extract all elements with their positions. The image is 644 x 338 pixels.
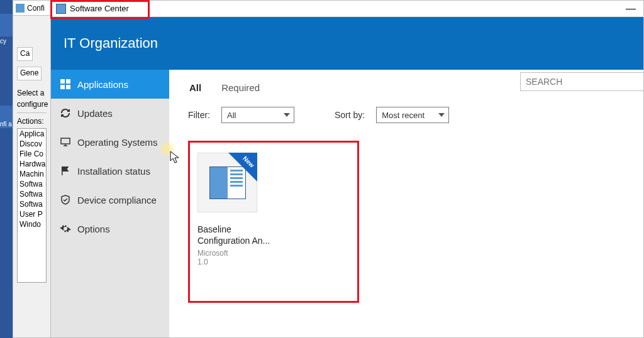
applications-icon	[60, 79, 71, 90]
sort-value: Most recent	[382, 111, 425, 120]
sort-select[interactable]: Most recent	[376, 107, 449, 123]
config-manager-title: Confi	[27, 4, 45, 13]
list-item[interactable]: Windo	[18, 219, 46, 229]
desktop-icon-label: nfi a	[0, 121, 12, 128]
sidebar-item-operating-systems[interactable]: Operating Systems	[51, 128, 169, 156]
app-title: Baseline Configuration An...	[197, 224, 350, 246]
svg-rect-3	[66, 85, 70, 89]
svg-rect-0	[60, 79, 65, 84]
sidebar-item-updates[interactable]: Updates	[51, 99, 169, 128]
svg-rect-4	[61, 138, 70, 144]
config-manager-icon	[16, 4, 25, 13]
new-ribbon	[228, 153, 257, 182]
sidebar-item-label: Installation status	[77, 166, 150, 177]
highlight-annotation: New Baseline Configuration An... Microso…	[188, 141, 359, 303]
list-item[interactable]: Softwa	[18, 199, 46, 209]
software-center-titlebar[interactable]: Software Center —	[51, 1, 643, 17]
chevron-down-icon	[284, 113, 290, 117]
sidebar-item-label: Applications	[77, 79, 128, 90]
desktop-icon[interactable]	[0, 14, 13, 36]
search-input[interactable]	[520, 72, 643, 91]
tab-required[interactable]: Required	[220, 79, 261, 97]
flag-icon	[60, 165, 71, 177]
list-item[interactable]: Hardwa	[18, 159, 46, 169]
tab-general[interactable]: Gene	[17, 67, 42, 80]
actions-label: Actions:	[13, 116, 50, 127]
tab-all[interactable]: All	[188, 79, 203, 97]
actions-listbox[interactable]: Applica Discov File Co Hardwa Machin Sof…	[17, 128, 47, 283]
list-item[interactable]: User P	[18, 209, 46, 219]
sidebar-item-label: Device compliance	[77, 195, 157, 205]
sidebar-item-label: Operating Systems	[77, 137, 158, 148]
list-item[interactable]: Discov	[18, 139, 46, 149]
svg-rect-2	[60, 85, 65, 89]
config-text: Select a	[13, 87, 50, 99]
software-center-icon	[56, 4, 66, 14]
software-center-window: Software Center — IT Organization Applic…	[50, 0, 644, 338]
brand-bar: IT Organization	[51, 17, 643, 70]
content-area: All Required Filter: All Sort by: Most r…	[169, 70, 643, 337]
list-item[interactable]: File Co	[18, 149, 46, 159]
config-text: configure	[13, 99, 50, 110]
filter-select[interactable]: All	[221, 107, 294, 123]
list-item[interactable]: Softwa	[18, 189, 46, 199]
sidebar-item-applications[interactable]: Applications	[51, 70, 169, 99]
minimize-button[interactable]: —	[623, 4, 638, 13]
list-item[interactable]: Machin	[18, 169, 46, 179]
tab-cache[interactable]: Ca	[17, 47, 33, 61]
sidebar-item-label: Updates	[77, 108, 113, 119]
org-title: IT Organization	[64, 35, 158, 52]
filter-label: Filter:	[188, 110, 210, 120]
sidebar-item-device-compliance[interactable]: Device compliance	[51, 185, 169, 214]
list-item[interactable]: Softwa	[18, 179, 46, 189]
shield-check-icon	[60, 194, 71, 205]
filter-value: All	[227, 111, 236, 120]
window-title: Software Center	[70, 4, 129, 13]
sort-label: Sort by:	[335, 110, 365, 120]
sidebar-item-label: Options	[77, 224, 110, 234]
gear-icon	[60, 223, 71, 234]
list-item[interactable]: Applica	[18, 129, 46, 139]
sidebar: Applications Updates Operating Systems I…	[51, 70, 169, 337]
monitor-icon	[60, 136, 71, 148]
app-publisher: Microsoft	[197, 249, 350, 258]
chevron-down-icon	[438, 113, 445, 117]
config-manager-window: Confi Ca Gene Select a configure Actions…	[13, 0, 50, 338]
config-manager-titlebar[interactable]: Confi	[13, 1, 50, 16]
desktop-icon-label: cy	[0, 38, 6, 45]
sidebar-item-options[interactable]: Options	[51, 214, 169, 243]
app-tile[interactable]: New	[197, 153, 257, 212]
desktop-background	[0, 0, 13, 338]
svg-rect-1	[66, 79, 70, 84]
refresh-icon	[60, 107, 71, 119]
sidebar-item-installation-status[interactable]: Installation status	[51, 156, 169, 185]
app-version: 1.0	[197, 258, 350, 266]
